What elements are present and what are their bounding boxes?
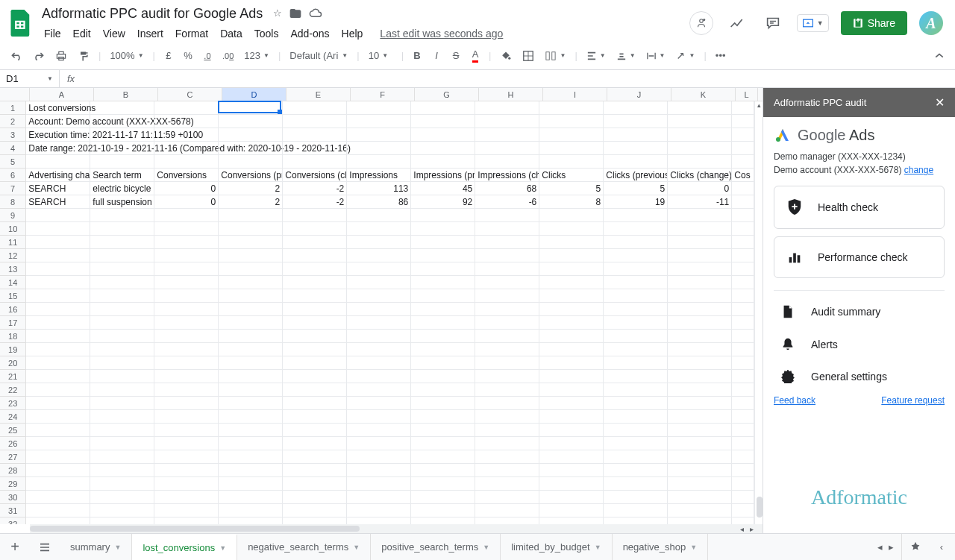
cell[interactable] — [668, 491, 732, 503]
cell[interactable] — [539, 517, 604, 524]
row-header[interactable]: 13 — [0, 262, 26, 276]
cell[interactable] — [604, 410, 668, 423]
cell[interactable] — [90, 249, 154, 262]
cell[interactable] — [732, 209, 754, 221]
font-select[interactable]: Default (Ari...▼ — [285, 47, 352, 64]
row-header[interactable]: 11 — [0, 236, 26, 249]
cell[interactable] — [26, 370, 90, 383]
cell[interactable] — [154, 517, 219, 524]
cell[interactable] — [219, 115, 283, 128]
cell[interactable] — [26, 491, 90, 503]
cell[interactable] — [732, 383, 754, 396]
cell[interactable] — [539, 356, 604, 369]
add-sheet-button[interactable]: + — [0, 534, 30, 561]
cell[interactable] — [219, 142, 283, 154]
cell[interactable]: -2 — [283, 182, 347, 195]
cell[interactable] — [604, 101, 668, 114]
cell[interactable] — [283, 383, 347, 396]
cell[interactable] — [539, 410, 604, 423]
cell[interactable]: 68 — [475, 182, 539, 195]
cell[interactable] — [539, 330, 604, 342]
sheet-tab-negative_search_terms[interactable]: negative_search_terms▼ — [237, 534, 371, 561]
cell[interactable] — [283, 356, 347, 369]
cell[interactable] — [219, 517, 283, 524]
cells-grid[interactable]: Lost conversionsAccount: Demo account (X… — [26, 101, 754, 524]
cell[interactable] — [668, 222, 732, 235]
cell[interactable] — [411, 517, 475, 524]
cell[interactable] — [219, 101, 283, 114]
cell[interactable] — [411, 115, 475, 128]
cell[interactable]: 19 — [604, 195, 668, 208]
cell[interactable] — [154, 155, 219, 168]
change-account-link[interactable]: change — [904, 165, 933, 175]
cell[interactable] — [283, 517, 347, 524]
cell[interactable] — [475, 128, 539, 141]
cell[interactable] — [475, 517, 539, 524]
cell[interactable] — [26, 477, 90, 490]
menu-edit[interactable]: Edit — [68, 25, 96, 43]
cell[interactable] — [219, 477, 283, 490]
cell[interactable] — [604, 289, 668, 302]
row-header[interactable]: 19 — [0, 343, 26, 356]
cell[interactable]: 92 — [411, 195, 475, 208]
wrap-button[interactable]: ▼ — [642, 48, 670, 63]
cell[interactable] — [219, 370, 283, 383]
cell[interactable] — [283, 142, 347, 154]
cell[interactable] — [219, 236, 283, 248]
cell[interactable]: Date range: 2021-10-19 - 2021-11-16 (Com… — [26, 142, 90, 154]
cell[interactable] — [347, 289, 411, 302]
cell[interactable] — [411, 410, 475, 423]
cell[interactable] — [539, 477, 604, 490]
cell[interactable] — [668, 343, 732, 356]
cell[interactable]: -6 — [475, 195, 539, 208]
cell[interactable] — [604, 383, 668, 396]
col-header-D[interactable]: D — [222, 88, 286, 101]
cell[interactable] — [283, 437, 347, 450]
cell[interactable] — [219, 303, 283, 315]
cell[interactable] — [411, 370, 475, 383]
cell[interactable] — [154, 410, 219, 423]
cell[interactable] — [475, 236, 539, 248]
font-size-select[interactable]: 10▼ — [364, 47, 397, 64]
cell[interactable] — [475, 356, 539, 369]
cell[interactable] — [90, 330, 154, 342]
cell[interactable] — [283, 303, 347, 315]
row-header[interactable]: 23 — [0, 397, 26, 410]
cell[interactable] — [347, 101, 411, 114]
last-edit-link[interactable]: Last edit was seconds ago — [377, 25, 506, 43]
currency-button[interactable]: £ — [160, 45, 178, 66]
cell[interactable] — [411, 209, 475, 221]
cell[interactable] — [668, 155, 732, 168]
cell[interactable] — [668, 450, 732, 463]
cell[interactable] — [604, 155, 668, 168]
cell[interactable]: Cos — [732, 169, 754, 181]
cell[interactable] — [539, 128, 604, 141]
cell[interactable] — [283, 262, 347, 275]
col-header-I[interactable]: I — [543, 88, 607, 101]
cell[interactable] — [411, 262, 475, 275]
cell[interactable] — [26, 517, 90, 524]
sheets-icon[interactable] — [6, 8, 36, 38]
cell[interactable] — [732, 397, 754, 409]
row-header[interactable]: 8 — [0, 195, 26, 209]
cell[interactable] — [539, 370, 604, 383]
cell[interactable] — [26, 383, 90, 396]
cell[interactable] — [539, 450, 604, 463]
cell[interactable] — [154, 128, 219, 141]
cell[interactable] — [732, 343, 754, 356]
cell[interactable] — [347, 276, 411, 289]
cell[interactable] — [219, 397, 283, 409]
cell[interactable] — [154, 504, 219, 517]
cell[interactable] — [604, 356, 668, 369]
feedback-link[interactable]: Feed back — [774, 395, 815, 406]
cell[interactable] — [219, 276, 283, 289]
cell[interactable] — [668, 249, 732, 262]
cell[interactable] — [475, 424, 539, 436]
row-header[interactable]: 4 — [0, 142, 26, 155]
cell[interactable]: 0 — [154, 195, 219, 208]
cell[interactable] — [732, 195, 754, 208]
cell[interactable] — [26, 397, 90, 409]
star-icon[interactable]: ☆ — [273, 7, 282, 19]
cell[interactable]: Conversions (ch — [283, 169, 347, 181]
sheet-tab-lost_conversions[interactable]: lost_conversions▼ — [132, 534, 237, 561]
